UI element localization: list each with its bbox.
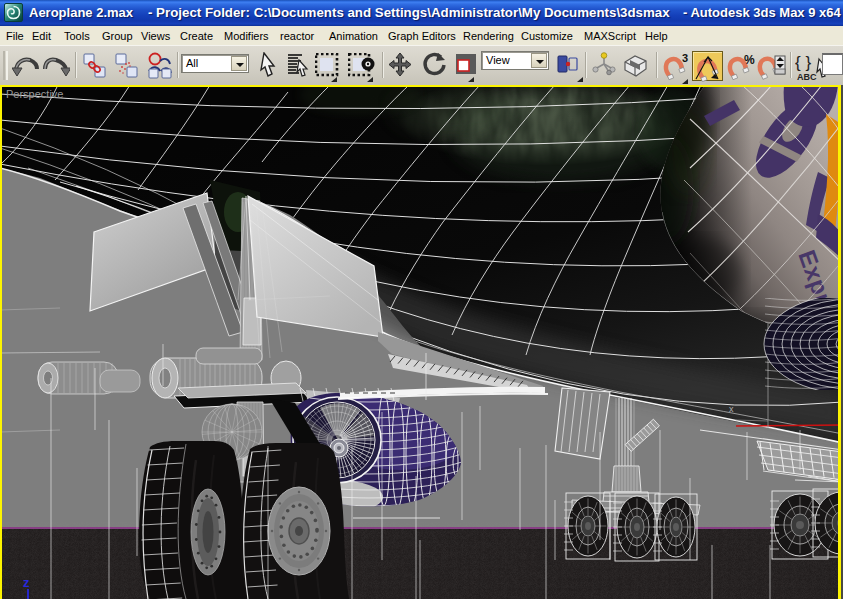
svg-text:z: z — [23, 575, 30, 590]
svg-text:{ }: { } — [795, 53, 811, 72]
svg-text:ABC: ABC — [797, 72, 817, 82]
svg-text:3: 3 — [682, 52, 688, 64]
svg-text:x: x — [729, 404, 734, 414]
svg-text:%: % — [744, 53, 755, 67]
